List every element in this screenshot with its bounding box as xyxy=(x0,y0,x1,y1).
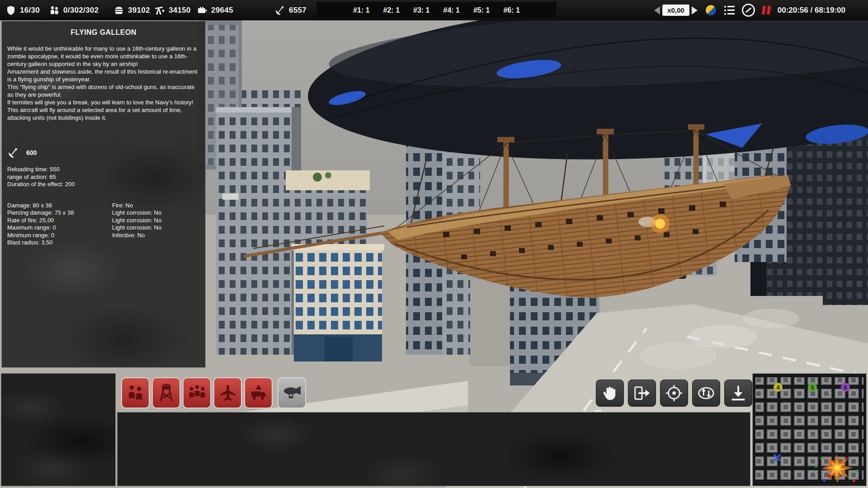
population-icon xyxy=(49,5,60,16)
satellite-icon xyxy=(7,147,19,159)
stats-general: Reloading time: 550 range of action: 65 … xyxy=(7,166,200,188)
satellite-icon xyxy=(274,5,285,16)
resource-food: 39102 xyxy=(113,0,150,20)
action-button-exit[interactable] xyxy=(628,380,656,407)
description-paragraph: This aircraft will fly around a selected… xyxy=(7,106,200,122)
unit-description: While it would be unthinkable for many t… xyxy=(7,45,200,122)
stat-fire: Fire: No xyxy=(112,202,161,210)
watchtower-icon xyxy=(157,383,176,403)
stat-damage: Damage: 80 x 38 xyxy=(7,202,112,210)
waypoint-5-label: 5 xyxy=(811,384,814,391)
unit-action-bar xyxy=(596,380,752,407)
description-paragraph: While it would be unthinkable for many t… xyxy=(7,45,200,68)
action-button-hold[interactable] xyxy=(596,380,624,407)
description-paragraph: This "flying ship" is armed with dozens … xyxy=(7,83,200,99)
squad-counter-1[interactable]: #1: 1 xyxy=(353,6,369,14)
exit-icon xyxy=(632,384,651,403)
truck-icon xyxy=(249,383,268,403)
resource-food-value: 39102 xyxy=(128,6,150,15)
squad-icon xyxy=(188,383,207,403)
stat-light-corrosion-3: Light corrosion: No xyxy=(112,224,161,232)
description-paragraph: Amazement and slowness aside, the result… xyxy=(7,68,200,83)
resource-fuel: 34150 xyxy=(154,0,191,20)
unit-info-panel: FLYING GALLEON While it would be unthink… xyxy=(1,21,206,368)
stats-columns: Damage: 80 x 38 Piercing damage: 75 x 38… xyxy=(7,202,200,247)
bottom-left-panel xyxy=(1,373,116,486)
waypoint-4-label: 4 xyxy=(776,384,780,391)
squad-counter-3[interactable]: #3: 1 xyxy=(413,6,429,14)
unit-button-truck[interactable] xyxy=(244,377,273,408)
squad-counter-bar: #1: 1 #2: 1 #3: 1 #4: 1 #5: 1 #6: 1 xyxy=(316,1,557,19)
action-button-target[interactable] xyxy=(660,380,688,407)
stat-blast-radius: Blast radius: 3,50 xyxy=(7,239,112,247)
resource-fuel-value: 34150 xyxy=(169,6,191,15)
fuel-icon xyxy=(154,5,165,16)
stat-reloading-time: Reloading time: 550 xyxy=(7,166,200,174)
aircraft-icon xyxy=(218,383,237,403)
unit-cost-row: 600 xyxy=(7,147,200,159)
unit-title: FLYING GALLEON xyxy=(7,28,200,37)
objectives-list-icon[interactable] xyxy=(724,6,735,15)
stat-effect-duration: Duration of the effect: 200 xyxy=(7,181,200,188)
squad-counter-6[interactable]: #6: 1 xyxy=(503,6,519,14)
waypoint-6-label: 6 xyxy=(844,384,847,391)
land-icon xyxy=(729,384,748,403)
unit-button-aircraft[interactable] xyxy=(213,377,242,408)
unit-button-infantry[interactable] xyxy=(121,377,150,408)
compass-icon[interactable] xyxy=(742,4,755,17)
resource-population: 0/302/302 xyxy=(49,0,99,20)
target-icon xyxy=(665,384,684,403)
food-icon xyxy=(113,5,124,16)
minimap-canvas: 4 5 6 xyxy=(753,374,866,486)
game-clock: 00:20:56 / 68:19:00 xyxy=(778,6,845,15)
resource-armor: 16/30 xyxy=(5,0,40,20)
resource-energy-value: 29645 xyxy=(211,6,233,15)
resource-satellite-value: 6557 xyxy=(289,6,307,15)
stat-rate-of-fire: Rate of fire: 25,00 xyxy=(7,217,112,225)
zeppelin-icon xyxy=(283,383,302,403)
day-night-indicator-icon xyxy=(705,4,717,16)
speed-value: x0,00 xyxy=(662,5,689,16)
bottom-command-panel xyxy=(117,412,750,486)
squad-counter-4[interactable]: #4: 1 xyxy=(443,6,460,14)
speed-down-button[interactable] xyxy=(654,6,660,14)
hand-icon xyxy=(600,384,619,403)
action-button-land[interactable] xyxy=(724,380,752,407)
unit-cost-value: 600 xyxy=(26,149,37,156)
resource-energy: 29645 xyxy=(197,0,233,20)
unit-button-zeppelin[interactable] xyxy=(278,377,306,408)
shield-icon xyxy=(5,5,16,16)
squad-counter-5[interactable]: #5: 1 xyxy=(473,6,490,14)
speed-control: x0,00 xyxy=(654,5,698,16)
top-bar: 16/30 0/302/302 39102 34150 29645 6557 #… xyxy=(0,0,868,20)
description-paragraph: If termites will give you a break, you w… xyxy=(7,99,200,106)
resource-armor-value: 16/30 xyxy=(20,6,40,15)
stats-column-left: Damage: 80 x 38 Piercing damage: 75 x 38… xyxy=(7,202,112,247)
squad-counter-2[interactable]: #2: 1 xyxy=(383,6,400,14)
stat-light-corrosion-2: Light corrosion: No xyxy=(112,217,161,225)
minimap[interactable]: 4 5 6 xyxy=(752,373,867,486)
action-button-change-altitude[interactable] xyxy=(692,380,720,407)
unit-button-watchtower[interactable] xyxy=(152,377,180,408)
stats-column-right: Fire: No Light corrosion: No Light corro… xyxy=(112,202,161,247)
stat-range-of-action: range of action: 65 xyxy=(7,174,200,181)
pause-icon[interactable] xyxy=(762,6,770,14)
resource-population-value: 0/302/302 xyxy=(63,6,99,15)
unit-button-squad[interactable] xyxy=(183,377,211,408)
infantry-icon xyxy=(126,383,145,403)
top-right-controls: x0,00 00:20:56 / 68:19:00 xyxy=(654,0,845,20)
stat-maximum-range: Maximum range: 0 xyxy=(7,224,112,232)
energy-icon xyxy=(197,5,208,16)
stat-minimum-range: Minimum range: 0 xyxy=(7,232,112,239)
stat-light-corrosion-1: Light corrosion: No xyxy=(112,209,161,217)
stat-infective: Infective: No xyxy=(112,232,161,239)
swap-altitude-icon xyxy=(697,384,716,403)
speed-up-button[interactable] xyxy=(692,6,698,14)
unit-build-bar xyxy=(121,377,306,408)
resource-satellite: 6557 xyxy=(274,0,307,20)
stat-piercing-damage: Piercing damage: 75 x 38 xyxy=(7,209,112,217)
